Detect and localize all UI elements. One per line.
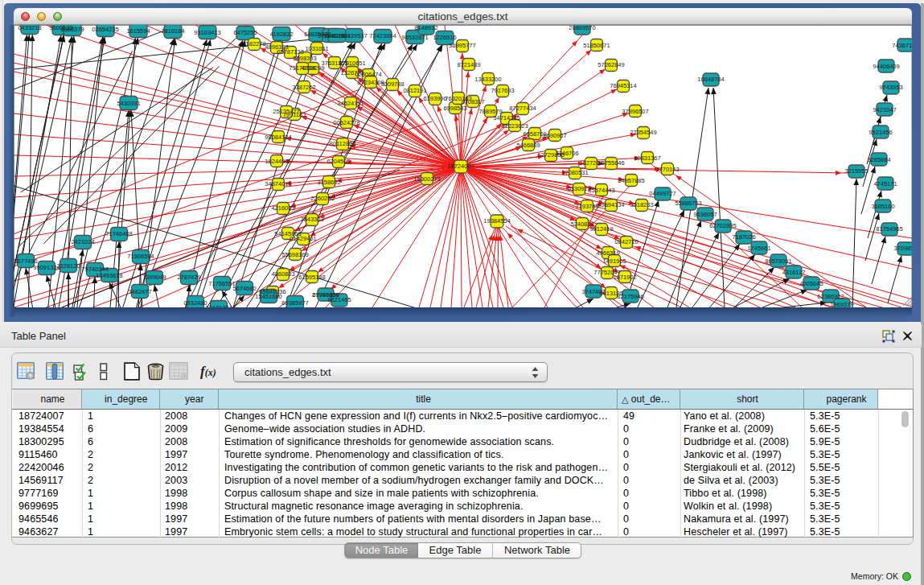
svg-text:86578091: 86578091 xyxy=(765,257,791,265)
svg-text:4192832: 4192832 xyxy=(269,31,293,38)
svg-text:3518233: 3518233 xyxy=(630,201,653,208)
svg-text:13433200: 13433200 xyxy=(474,76,501,83)
svg-text:3482477: 3482477 xyxy=(128,288,151,295)
svg-text:9821465: 9821465 xyxy=(327,296,351,303)
svg-text:93103413: 93103413 xyxy=(194,29,220,36)
svg-text:0330923: 0330923 xyxy=(567,185,590,192)
svg-text:6998543: 6998543 xyxy=(443,105,466,112)
svg-text:81223623: 81223623 xyxy=(501,122,528,130)
svg-text:5240824: 5240824 xyxy=(570,220,593,228)
svg-text:1824493: 1824493 xyxy=(265,158,288,165)
svg-text:4005045: 4005045 xyxy=(799,280,823,287)
svg-text:00524278: 00524278 xyxy=(333,119,359,126)
svg-text:4060883: 4060883 xyxy=(271,270,294,278)
svg-text:8386379: 8386379 xyxy=(60,26,84,33)
svg-text:7182278: 7182278 xyxy=(242,40,265,47)
svg-text:1031051: 1031051 xyxy=(305,45,328,52)
svg-text:61595148: 61595148 xyxy=(298,274,325,281)
svg-text:1615594: 1615594 xyxy=(126,27,150,35)
svg-text:8721489: 8721489 xyxy=(457,61,480,68)
svg-text:15300273: 15300273 xyxy=(413,175,440,183)
svg-text:71906594: 71906594 xyxy=(127,253,154,260)
svg-text:3285884: 3285884 xyxy=(867,156,890,163)
svg-text:6193990: 6193990 xyxy=(423,95,446,102)
svg-text:0932480: 0932480 xyxy=(183,299,207,307)
svg-text:76945314: 76945314 xyxy=(610,82,636,89)
svg-text:34624751: 34624751 xyxy=(337,100,363,107)
svg-text:37996507: 37996507 xyxy=(622,108,648,115)
svg-text:4966319: 4966319 xyxy=(596,249,619,257)
svg-text:0433218: 0433218 xyxy=(18,25,41,31)
svg-text:87277434: 87277434 xyxy=(509,105,536,112)
svg-text:71746488: 71746488 xyxy=(105,230,132,237)
svg-text:5430391: 5430391 xyxy=(117,100,140,107)
svg-text:8708317: 8708317 xyxy=(461,98,484,105)
svg-text:15451680: 15451680 xyxy=(255,293,281,300)
svg-text:36995777: 36995777 xyxy=(449,42,475,49)
svg-text:13493618: 13493618 xyxy=(96,272,122,279)
svg-text:34874016: 34874016 xyxy=(265,180,291,187)
svg-text:1671902: 1671902 xyxy=(613,274,636,281)
svg-text:55698169: 55698169 xyxy=(281,251,308,258)
svg-text:67010651: 67010651 xyxy=(339,60,365,67)
svg-text:85574443: 85574443 xyxy=(588,187,614,194)
svg-text:49894134: 49894134 xyxy=(598,201,624,208)
svg-text:53755646: 53755646 xyxy=(598,159,624,167)
svg-text:1226916: 1226916 xyxy=(433,34,456,41)
svg-text:6475255: 6475255 xyxy=(233,29,257,36)
svg-text:5674680: 5674680 xyxy=(232,285,256,292)
svg-text:55886753: 55886753 xyxy=(675,200,701,207)
svg-text:3709859: 3709859 xyxy=(893,245,912,252)
svg-text:4216073: 4216073 xyxy=(271,204,294,212)
svg-text:57262849: 57262849 xyxy=(598,61,624,68)
svg-text:7193745: 7193745 xyxy=(575,203,598,210)
svg-text:2787429: 2787429 xyxy=(177,274,200,281)
svg-text:3387262: 3387262 xyxy=(292,84,315,91)
svg-text:6690967: 6690967 xyxy=(543,132,566,139)
svg-text:7917693: 7917693 xyxy=(491,87,514,94)
svg-text:96532871: 96532871 xyxy=(401,34,428,41)
svg-text:19384554: 19384554 xyxy=(483,217,510,225)
svg-text:9421047: 9421047 xyxy=(873,106,896,113)
svg-text:4745171: 4745171 xyxy=(873,180,897,187)
svg-text:62386922: 62386922 xyxy=(817,293,844,300)
svg-text:94406409: 94406409 xyxy=(873,63,899,70)
svg-text:62702895: 62702895 xyxy=(709,222,736,229)
svg-text:16648784: 16648784 xyxy=(697,76,724,83)
svg-text:7816184: 7816184 xyxy=(161,27,184,35)
svg-text:2328120: 2328120 xyxy=(56,262,80,270)
svg-text:0812191: 0812191 xyxy=(403,87,426,94)
svg-text:74367136: 74367136 xyxy=(892,42,912,49)
svg-text:2260256: 2260256 xyxy=(310,195,334,202)
svg-text:81754965: 81754965 xyxy=(876,225,902,233)
svg-text:0842710: 0842710 xyxy=(614,238,638,245)
svg-text:17080531: 17080531 xyxy=(561,169,588,176)
svg-text:1745961: 1745961 xyxy=(747,245,770,252)
svg-text:5098393: 5098393 xyxy=(293,55,316,62)
svg-text:80112805: 80112805 xyxy=(330,140,356,147)
svg-text:7543303: 7543303 xyxy=(300,216,323,223)
svg-text:3215955: 3215955 xyxy=(844,167,868,175)
svg-text:6204505: 6204505 xyxy=(326,158,350,165)
svg-text:1399049: 1399049 xyxy=(142,274,166,281)
svg-text:5009788: 5009788 xyxy=(380,80,404,88)
svg-text:2421024: 2421024 xyxy=(71,238,94,245)
svg-text:60385977: 60385977 xyxy=(281,299,308,307)
svg-text:71756551: 71756551 xyxy=(208,280,235,287)
svg-text:3158692: 3158692 xyxy=(317,179,340,186)
svg-text:80831367: 80831367 xyxy=(634,154,660,162)
svg-text:72423884: 72423884 xyxy=(369,32,396,39)
svg-text:27354549: 27354549 xyxy=(630,129,656,136)
svg-text:9743953: 9743953 xyxy=(879,84,902,91)
svg-text:5466889: 5466889 xyxy=(516,142,540,149)
svg-text:18724007: 18724007 xyxy=(447,163,474,170)
svg-text:28809570: 28809570 xyxy=(569,25,595,31)
svg-text:34714345: 34714345 xyxy=(493,114,519,122)
svg-text:73178108: 73178108 xyxy=(289,64,315,72)
svg-text:25135427: 25135427 xyxy=(273,108,299,115)
svg-text:01429401: 01429401 xyxy=(290,235,316,242)
svg-text:8148932: 8148932 xyxy=(414,25,437,31)
svg-text:3747407: 3747407 xyxy=(581,288,605,295)
svg-text:1491905: 1491905 xyxy=(602,257,626,265)
svg-text:3685160: 3685160 xyxy=(871,203,894,210)
